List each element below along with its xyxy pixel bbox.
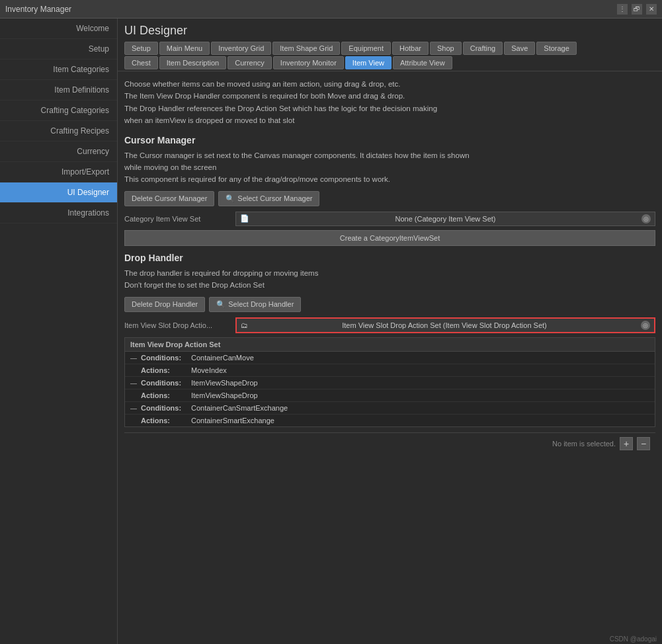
item-view-slot-drop-label: Item View Slot Drop Actio... xyxy=(124,321,230,329)
select-drop-handler-button[interactable]: 🔍 Select Drop Handler xyxy=(209,297,301,312)
conditions-label-2: Conditions: xyxy=(141,379,187,387)
item-view-slot-drop-value: 🗂 Item View Slot Drop Action Set (Item V… xyxy=(235,317,655,333)
drop-action-row-3b: — Actions: ContainerSmartExchange xyxy=(125,415,655,426)
search-icon: 🔍 xyxy=(226,194,235,203)
category-item-view-target-button[interactable]: ◎ xyxy=(641,214,651,223)
actions-label-2: Actions: xyxy=(141,391,187,399)
desc-line4: when an itemView is dropped or moved to … xyxy=(124,114,655,126)
add-item-button[interactable]: + xyxy=(620,437,633,450)
right-panel: UI Designer Setup Main Menu Inventory Gr… xyxy=(118,19,662,644)
category-item-view-label: Category Item View Set xyxy=(124,215,230,223)
designer-title: UI Designer xyxy=(124,24,655,38)
cursor-manager-heading: Cursor Manager xyxy=(124,135,655,145)
sidebar-item-item-definitions[interactable]: Item Definitions xyxy=(0,80,117,101)
sidebar-item-crafting-recipes[interactable]: Crafting Recipes xyxy=(0,121,117,141)
tab-storage[interactable]: Storage xyxy=(536,42,577,55)
desc-line3: The Drop Handler references the Drop Act… xyxy=(124,102,655,114)
delete-cursor-manager-button[interactable]: Delete Cursor Manager xyxy=(124,191,214,206)
select-cursor-manager-button[interactable]: 🔍 Select Cursor Manager xyxy=(218,191,319,206)
cm-desc3: This component is required for any of th… xyxy=(124,173,655,185)
sidebar-item-integrations[interactable]: Integrations xyxy=(0,203,117,223)
tab-item-view[interactable]: Item View xyxy=(345,56,392,69)
actions-value-1: MoveIndex xyxy=(191,366,227,374)
sidebar-item-setup[interactable]: Setup xyxy=(0,39,117,60)
tab-item-shape-grid[interactable]: Item Shape Grid xyxy=(272,42,340,55)
tab-main-menu[interactable]: Main Menu xyxy=(159,42,210,55)
item-view-slot-target-button[interactable]: ◎ xyxy=(641,321,650,330)
actions-value-3: ContainerSmartExchange xyxy=(191,417,274,424)
dh-desc1: The drop handler is required for droppin… xyxy=(124,267,655,279)
drop-handler-buttons: Delete Drop Handler 🔍 Select Drop Handle… xyxy=(124,297,655,312)
tab-attribute-view[interactable]: Attribute View xyxy=(393,56,452,69)
conditions-label-1: Conditions: xyxy=(141,354,187,362)
bottom-action-bar: No item is selected. + − xyxy=(124,432,655,454)
item-view-slot-drop-action-field-row: Item View Slot Drop Actio... 🗂 Item View… xyxy=(124,317,655,333)
tab-item-description[interactable]: Item Description xyxy=(159,56,226,69)
minimize-button[interactable]: 🗗 xyxy=(632,4,642,15)
drop-handler-desc: The drop handler is required for droppin… xyxy=(124,267,655,292)
none-icon: 📄 xyxy=(240,214,249,223)
dh-desc2: Don't forget the to set the Drop Action … xyxy=(124,279,655,291)
sidebar-item-currency[interactable]: Currency xyxy=(0,141,117,162)
cursor-manager-buttons: Delete Cursor Manager 🔍 Select Cursor Ma… xyxy=(124,191,655,206)
close-button[interactable]: ✕ xyxy=(646,4,657,15)
tab-row-2: Chest Item Description Currency Inventor… xyxy=(124,56,655,69)
desc-line1: Choose whether items can be moved using … xyxy=(124,78,655,90)
dash-icon-2: — xyxy=(130,380,137,387)
tab-equipment[interactable]: Equipment xyxy=(341,42,391,55)
conditions-value-2: ItemViewShapeDrop xyxy=(191,379,258,387)
sidebar: Welcome Setup Item Categories Item Defin… xyxy=(0,19,118,644)
dash-icon-3: — xyxy=(130,405,137,412)
remove-item-button[interactable]: − xyxy=(637,437,650,450)
drop-action-row-1: — Conditions: ContainerCanMove xyxy=(125,352,655,364)
content-area[interactable]: Choose whether items can be moved using … xyxy=(118,71,662,644)
drop-action-row-1b: — Actions: MoveIndex xyxy=(125,364,655,377)
item-view-slot-drop-text: Item View Slot Drop Action Set (Item Vie… xyxy=(342,321,547,329)
dash-icon-1: — xyxy=(130,354,137,362)
drop-action-row-3: — Conditions: ContainerCanSmartExchange xyxy=(125,402,655,415)
watermark: CSDN @adogai xyxy=(610,635,657,643)
conditions-value-1: ContainerCanMove xyxy=(191,354,254,362)
no-item-text: No item is selected. xyxy=(552,436,616,452)
cm-desc1: The Cursor manager is set next to the Ca… xyxy=(124,149,655,161)
tab-row-1: Setup Main Menu Inventory Grid Item Shap… xyxy=(124,42,655,55)
search-icon-2: 🔍 xyxy=(216,300,226,309)
more-options-button[interactable]: ⋮ xyxy=(617,4,628,15)
cursor-manager-desc: The Cursor manager is set next to the Ca… xyxy=(124,149,655,186)
drop-action-row-2: — Conditions: ItemViewShapeDrop xyxy=(125,377,655,389)
main-layout: Welcome Setup Item Categories Item Defin… xyxy=(0,19,662,644)
title-bar: Inventory Manager ⋮ 🗗 ✕ xyxy=(0,0,662,19)
sidebar-item-import-export[interactable]: Import/Export xyxy=(0,162,117,182)
actions-value-2: ItemViewShapeDrop xyxy=(191,391,258,399)
tab-crafting[interactable]: Crafting xyxy=(463,42,503,55)
sidebar-item-crafting-categories[interactable]: Crafting Categories xyxy=(0,101,117,121)
cursor-manager-section: Cursor Manager The Cursor manager is set… xyxy=(124,135,655,253)
category-item-view-text: None (Category Item View Set) xyxy=(395,215,495,223)
tab-shop[interactable]: Shop xyxy=(430,42,462,55)
designer-header: UI Designer Setup Main Menu Inventory Gr… xyxy=(118,19,662,71)
actions-label-3: Actions: xyxy=(141,417,187,424)
tab-currency[interactable]: Currency xyxy=(228,56,272,69)
drop-handler-section: Drop Handler The drop handler is require… xyxy=(124,253,655,454)
sidebar-item-welcome[interactable]: Welcome xyxy=(0,19,117,39)
window-title: Inventory Manager xyxy=(5,5,71,14)
conditions-value-3: ContainerCanSmartExchange xyxy=(191,404,288,412)
tab-chest[interactable]: Chest xyxy=(124,56,158,69)
tab-hotbar[interactable]: Hotbar xyxy=(392,42,429,55)
desc-line2: The Item View Drop Handler component is … xyxy=(124,90,655,102)
tab-setup[interactable]: Setup xyxy=(124,42,158,55)
delete-drop-handler-button[interactable]: Delete Drop Handler xyxy=(124,297,205,312)
drop-action-icon: 🗂 xyxy=(241,321,248,329)
sidebar-item-ui-designer[interactable]: UI Designer xyxy=(0,182,117,203)
drop-action-table-header: Item View Drop Action Set xyxy=(125,338,655,352)
tab-inventory-grid[interactable]: Inventory Grid xyxy=(211,42,271,55)
category-item-view-value: 📄 None (Category Item View Set) ◎ xyxy=(235,212,655,226)
window-controls: ⋮ 🗗 ✕ xyxy=(617,4,657,15)
tab-inventory-monitor[interactable]: Inventory Monitor xyxy=(273,56,344,69)
description-block: Choose whether items can be moved using … xyxy=(124,78,655,127)
actions-label-1: Actions: xyxy=(141,366,187,374)
tab-save[interactable]: Save xyxy=(504,42,535,55)
sidebar-item-item-categories[interactable]: Item Categories xyxy=(0,60,117,80)
create-category-item-view-set-button[interactable]: Create a CategoryItemViewSet xyxy=(124,230,655,246)
category-item-view-field-row: Category Item View Set 📄 None (Category … xyxy=(124,212,655,226)
